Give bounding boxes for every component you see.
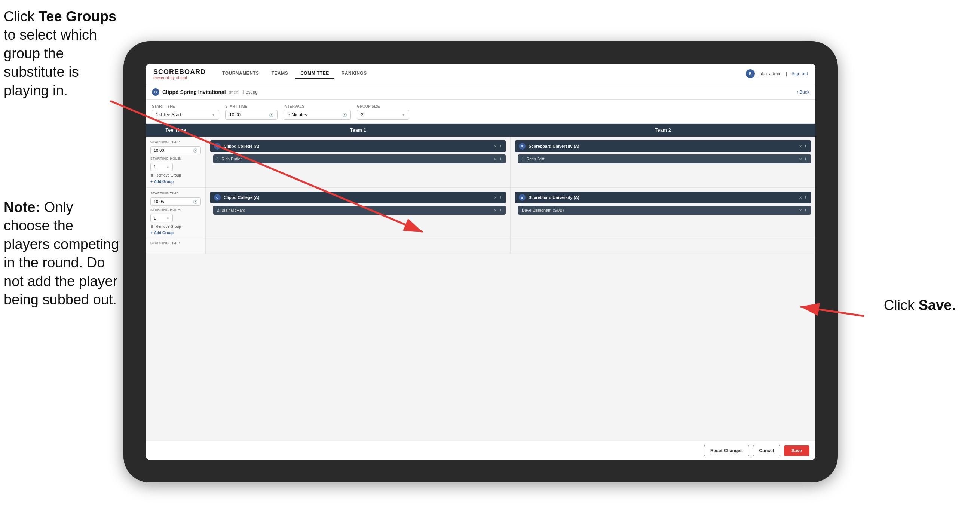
col-team1: Team 1 [206, 127, 511, 133]
cancel-button[interactable]: Cancel [753, 445, 780, 456]
team1-card-0[interactable]: C Clippd College (A) ✕ ⬍ [210, 140, 506, 152]
col-team2: Team 2 [511, 127, 815, 133]
avatar: B [746, 69, 755, 78]
player2-card-right-1: ✕ ⬍ [799, 209, 807, 212]
start-type-input[interactable]: 1st Tee Start ▼ [152, 110, 219, 120]
player2-chevron-0: ⬍ [804, 157, 807, 161]
table-row: STARTING TIME: 10:05 🕐 STARTING HOLE: 1 … [146, 188, 815, 239]
table-row: STARTING TIME: [146, 239, 815, 254]
group-size-label: Group Size [357, 104, 409, 108]
hosting-label: Hosting [242, 89, 258, 95]
tournament-gender: (Men) [229, 90, 240, 94]
add-group-label-1: Add Group [154, 231, 173, 235]
nav-rankings[interactable]: RANKINGS [336, 68, 372, 79]
nav-committee[interactable]: COMMITTEE [295, 68, 334, 79]
player1-card-1[interactable]: 2. Blair McHarg ✕ ⬍ [213, 206, 506, 215]
intervals-value: 5 Minutes [288, 112, 307, 118]
starting-hole-input-1[interactable]: 1 ⬍ [150, 214, 173, 222]
player1-remove-icon-1[interactable]: ✕ [494, 209, 497, 212]
sign-out-link[interactable]: Sign out [791, 71, 808, 76]
player2-card-0[interactable]: 1. Rees Britt ✕ ⬍ [518, 154, 811, 164]
tee-groups-container: STARTING TIME: 10:00 🕐 STARTING HOLE: 1 … [146, 137, 815, 254]
player2-name-1: Dave Billingham (SUB) [522, 208, 564, 212]
player2-remove-icon-1[interactable]: ✕ [799, 209, 802, 212]
team2-icon-1: S [519, 194, 525, 201]
group-size-value: 2 [361, 112, 364, 118]
starting-time-value-0: 10:00 [154, 148, 164, 153]
nav-teams[interactable]: TEAMS [266, 68, 294, 79]
add-group-button-1[interactable]: + Add Group [150, 231, 201, 235]
intervals-field: Intervals 5 Minutes 🕐 [283, 104, 351, 120]
instruction-line1: Click [4, 9, 38, 24]
tournament-name: Clippd Spring Invitational [162, 89, 226, 95]
start-time-clock-icon: 🕐 [269, 113, 274, 117]
team2-card-1[interactable]: S Scoreboard University (A) ✕ ⬍ [515, 191, 811, 204]
player1-card-0[interactable]: 1. Rich Butler ✕ ⬍ [213, 154, 506, 164]
team2-remove-icon-0[interactable]: ✕ [799, 144, 802, 148]
remove-group-button-1[interactable]: 🗑 Remove Group [150, 224, 201, 229]
user-name: blair admin [759, 71, 781, 76]
team1-remove-icon-0[interactable]: ✕ [494, 144, 497, 148]
logo-subtitle: Powered by clippd [153, 76, 206, 80]
team1-card-1[interactable]: C Clippd College (A) ✕ ⬍ [210, 191, 506, 204]
intervals-label: Intervals [283, 104, 351, 108]
tournament-icon: B [152, 88, 159, 96]
hole-chevron-0: ⬍ [167, 165, 169, 169]
starting-time-input-0[interactable]: 10:00 🕐 [150, 146, 201, 154]
save-button[interactable]: Save [784, 446, 810, 456]
tee-group-left-0: STARTING TIME: 10:00 🕐 STARTING HOLE: 1 … [146, 137, 206, 187]
starting-hole-input-0[interactable]: 1 ⬍ [150, 163, 173, 171]
remove-group-label-1: Remove Group [156, 224, 181, 229]
group-size-input[interactable]: 2 ▼ [357, 110, 409, 120]
plus-icon-1: + [150, 231, 153, 235]
player1-remove-icon-0[interactable]: ✕ [494, 157, 497, 161]
back-button[interactable]: ‹ Back [797, 89, 810, 95]
nav-tournaments[interactable]: TOURNAMENTS [217, 68, 264, 79]
starting-time-label-2: STARTING TIME: [150, 241, 201, 245]
player2-card-1[interactable]: Dave Billingham (SUB) ✕ ⬍ [518, 206, 811, 215]
team1-group-1: C Clippd College (A) ✕ ⬍ 2. Blair McHarg [206, 188, 511, 239]
team2-card-left-0: S Scoreboard University (A) [519, 143, 579, 150]
player2-chevron-1: ⬍ [804, 209, 807, 212]
navbar-logo: SCOREBOARD Powered by clippd [153, 68, 206, 80]
team1-remove-icon-1[interactable]: ✕ [494, 196, 497, 200]
tee-group-left-2: STARTING TIME: [146, 239, 206, 253]
player1-card-right-0: ✕ ⬍ [494, 157, 502, 161]
player1-card-right-1: ✕ ⬍ [494, 209, 502, 212]
team2-chevron-0: ⬍ [804, 144, 807, 148]
starting-time-input-1[interactable]: 10:05 🕐 [150, 197, 201, 206]
player2-remove-icon-0[interactable]: ✕ [799, 157, 802, 161]
plus-icon-0: + [150, 180, 153, 184]
hole-chevron-1: ⬍ [167, 216, 169, 220]
team1-card-right-0: ✕ ⬍ [494, 144, 502, 148]
intervals-input[interactable]: 5 Minutes 🕐 [283, 110, 351, 120]
starting-time-label-1: STARTING TIME: [150, 191, 201, 195]
click-save-label: Click Save. [884, 297, 956, 314]
player1-chevron-0: ⬍ [499, 157, 502, 161]
team2-remove-icon-1[interactable]: ✕ [799, 196, 802, 200]
remove-group-button-0[interactable]: 🗑 Remove Group [150, 173, 201, 177]
navbar-right: B blair admin | Sign out [746, 69, 808, 78]
time-clock-icon-0: 🕐 [193, 148, 197, 153]
team1-group-0: C Clippd College (A) ✕ ⬍ 1. Rich Butler [206, 137, 511, 187]
start-time-input[interactable]: 10:00 🕐 [225, 110, 278, 120]
team1-card-right-1: ✕ ⬍ [494, 196, 502, 200]
start-type-label: Start Type [152, 104, 219, 108]
team1-group-2 [206, 239, 511, 253]
team1-card-left-0: C Clippd College (A) [214, 143, 259, 150]
team2-card-0[interactable]: S Scoreboard University (A) ✕ ⬍ [515, 140, 811, 152]
reset-changes-button[interactable]: Reset Changes [704, 445, 749, 456]
team2-name-1: Scoreboard University (A) [528, 195, 579, 200]
player2-card-right-0: ✕ ⬍ [799, 157, 807, 161]
content-area: STARTING TIME: 10:00 🕐 STARTING HOLE: 1 … [146, 137, 815, 441]
add-group-button-0[interactable]: + Add Group [150, 180, 201, 184]
config-row: Start Type 1st Tee Start ▼ Start Time 10… [146, 100, 815, 124]
start-time-value: 10:00 [229, 112, 240, 118]
team2-chevron-1: ⬍ [804, 196, 807, 199]
player1-name-0: 1. Rich Butler [217, 157, 242, 161]
note-text: Note: Only choose the players competing … [4, 198, 120, 309]
team1-icon-0: C [214, 143, 221, 150]
starting-hole-value-1: 1 [154, 216, 156, 220]
trash-icon-0: 🗑 [150, 173, 154, 177]
tablet-frame: SCOREBOARD Powered by clippd TOURNAMENTS… [123, 41, 838, 482]
